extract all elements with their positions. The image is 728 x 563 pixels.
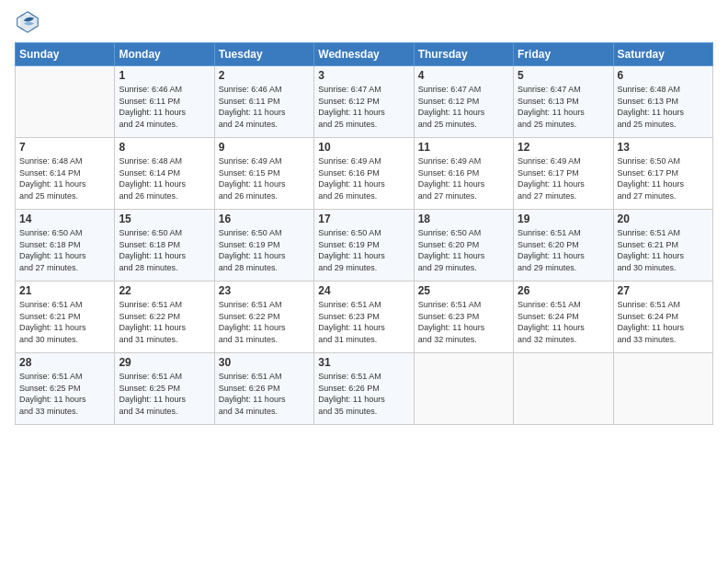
calendar-table: SundayMondayTuesdayWednesdayThursdayFrid… — [15, 42, 713, 425]
day-info: Sunrise: 6:50 AM Sunset: 6:20 PM Dayligh… — [418, 227, 509, 273]
logo-icon — [15, 9, 40, 35]
day-number: 28 — [19, 356, 110, 369]
calendar-cell: 11Sunrise: 6:49 AM Sunset: 6:16 PM Dayli… — [414, 138, 513, 210]
calendar-cell: 25Sunrise: 6:51 AM Sunset: 6:23 PM Dayli… — [414, 282, 513, 353]
calendar-cell: 4Sunrise: 6:47 AM Sunset: 6:12 PM Daylig… — [414, 66, 513, 138]
day-info: Sunrise: 6:48 AM Sunset: 6:14 PM Dayligh… — [19, 155, 110, 201]
day-info: Sunrise: 6:49 AM Sunset: 6:17 PM Dayligh… — [518, 155, 609, 201]
day-number: 25 — [418, 284, 509, 297]
calendar-cell: 28Sunrise: 6:51 AM Sunset: 6:25 PM Dayli… — [16, 353, 115, 425]
calendar-cell: 1Sunrise: 6:46 AM Sunset: 6:11 PM Daylig… — [115, 66, 214, 138]
header-row: SundayMondayTuesdayWednesdayThursdayFrid… — [16, 43, 713, 66]
day-number: 22 — [119, 284, 210, 297]
day-info: Sunrise: 6:51 AM Sunset: 6:24 PM Dayligh… — [518, 299, 609, 345]
day-info: Sunrise: 6:50 AM Sunset: 6:18 PM Dayligh… — [119, 227, 210, 273]
day-info: Sunrise: 6:50 AM Sunset: 6:18 PM Dayligh… — [19, 227, 110, 273]
logo-area — [15, 9, 42, 35]
day-number: 18 — [418, 213, 509, 225]
header-wednesday: Wednesday — [314, 43, 414, 66]
day-number: 13 — [618, 141, 709, 154]
day-number: 27 — [618, 284, 709, 297]
day-info: Sunrise: 6:51 AM Sunset: 6:20 PM Dayligh… — [518, 227, 609, 273]
day-info: Sunrise: 6:47 AM Sunset: 6:12 PM Dayligh… — [418, 84, 509, 130]
day-info: Sunrise: 6:46 AM Sunset: 6:11 PM Dayligh… — [219, 84, 310, 130]
page: SundayMondayTuesdayWednesdayThursdayFrid… — [0, 0, 728, 563]
day-number: 7 — [19, 141, 110, 154]
day-number: 31 — [318, 356, 409, 369]
week-row-3: 21Sunrise: 6:51 AM Sunset: 6:21 PM Dayli… — [16, 282, 713, 353]
calendar-cell: 13Sunrise: 6:50 AM Sunset: 6:17 PM Dayli… — [613, 138, 712, 210]
calendar-header: SundayMondayTuesdayWednesdayThursdayFrid… — [16, 43, 713, 66]
week-row-2: 14Sunrise: 6:50 AM Sunset: 6:18 PM Dayli… — [16, 210, 713, 282]
day-info: Sunrise: 6:51 AM Sunset: 6:22 PM Dayligh… — [119, 299, 210, 345]
day-info: Sunrise: 6:51 AM Sunset: 6:24 PM Dayligh… — [618, 299, 709, 345]
calendar-cell: 19Sunrise: 6:51 AM Sunset: 6:20 PM Dayli… — [514, 210, 613, 282]
day-number: 26 — [518, 284, 609, 297]
day-info: Sunrise: 6:48 AM Sunset: 6:14 PM Dayligh… — [119, 155, 210, 201]
header-thursday: Thursday — [414, 43, 513, 66]
calendar-cell: 23Sunrise: 6:51 AM Sunset: 6:22 PM Dayli… — [214, 282, 313, 353]
day-info: Sunrise: 6:51 AM Sunset: 6:25 PM Dayligh… — [19, 371, 110, 417]
day-number: 21 — [19, 284, 110, 297]
calendar-cell: 6Sunrise: 6:48 AM Sunset: 6:13 PM Daylig… — [613, 66, 712, 138]
day-number: 2 — [219, 69, 310, 82]
day-info: Sunrise: 6:51 AM Sunset: 6:23 PM Dayligh… — [418, 299, 509, 345]
day-number: 29 — [119, 356, 210, 369]
day-number: 16 — [219, 213, 310, 225]
day-info: Sunrise: 6:50 AM Sunset: 6:17 PM Dayligh… — [618, 155, 709, 201]
calendar-cell: 10Sunrise: 6:49 AM Sunset: 6:16 PM Dayli… — [314, 138, 414, 210]
calendar-cell: 20Sunrise: 6:51 AM Sunset: 6:21 PM Dayli… — [613, 210, 712, 282]
day-info: Sunrise: 6:46 AM Sunset: 6:11 PM Dayligh… — [119, 84, 210, 130]
day-number: 10 — [318, 141, 409, 154]
day-number: 3 — [318, 69, 409, 82]
calendar-cell: 14Sunrise: 6:50 AM Sunset: 6:18 PM Dayli… — [16, 210, 115, 282]
calendar-cell — [514, 353, 613, 425]
calendar-cell — [613, 353, 712, 425]
calendar-cell: 2Sunrise: 6:46 AM Sunset: 6:11 PM Daylig… — [214, 66, 313, 138]
day-number: 23 — [219, 284, 310, 297]
day-number: 15 — [119, 213, 210, 225]
day-number: 4 — [418, 69, 509, 82]
calendar-cell: 24Sunrise: 6:51 AM Sunset: 6:23 PM Dayli… — [314, 282, 414, 353]
calendar-cell: 22Sunrise: 6:51 AM Sunset: 6:22 PM Dayli… — [115, 282, 214, 353]
day-info: Sunrise: 6:49 AM Sunset: 6:15 PM Dayligh… — [219, 155, 310, 201]
calendar-cell: 5Sunrise: 6:47 AM Sunset: 6:13 PM Daylig… — [514, 66, 613, 138]
calendar-cell: 12Sunrise: 6:49 AM Sunset: 6:17 PM Dayli… — [514, 138, 613, 210]
day-number: 14 — [19, 213, 110, 225]
calendar-cell: 26Sunrise: 6:51 AM Sunset: 6:24 PM Dayli… — [514, 282, 613, 353]
calendar-body: 1Sunrise: 6:46 AM Sunset: 6:11 PM Daylig… — [16, 66, 713, 425]
week-row-4: 28Sunrise: 6:51 AM Sunset: 6:25 PM Dayli… — [16, 353, 713, 425]
day-number: 20 — [618, 213, 709, 225]
calendar-cell: 18Sunrise: 6:50 AM Sunset: 6:20 PM Dayli… — [414, 210, 513, 282]
day-number: 11 — [418, 141, 509, 154]
day-number: 12 — [518, 141, 609, 154]
day-number: 24 — [318, 284, 409, 297]
day-info: Sunrise: 6:49 AM Sunset: 6:16 PM Dayligh… — [418, 155, 509, 201]
day-number: 19 — [518, 213, 609, 225]
week-row-0: 1Sunrise: 6:46 AM Sunset: 6:11 PM Daylig… — [16, 66, 713, 138]
calendar-cell: 21Sunrise: 6:51 AM Sunset: 6:21 PM Dayli… — [16, 282, 115, 353]
day-info: Sunrise: 6:51 AM Sunset: 6:25 PM Dayligh… — [119, 371, 210, 417]
day-number: 30 — [219, 356, 310, 369]
day-number: 8 — [119, 141, 210, 154]
day-info: Sunrise: 6:48 AM Sunset: 6:13 PM Dayligh… — [618, 84, 709, 130]
calendar-cell: 8Sunrise: 6:48 AM Sunset: 6:14 PM Daylig… — [115, 138, 214, 210]
calendar-cell: 7Sunrise: 6:48 AM Sunset: 6:14 PM Daylig… — [16, 138, 115, 210]
day-number: 5 — [518, 69, 609, 82]
header-monday: Monday — [115, 43, 214, 66]
calendar-cell — [16, 66, 115, 138]
day-info: Sunrise: 6:49 AM Sunset: 6:16 PM Dayligh… — [318, 155, 409, 201]
header-friday: Friday — [514, 43, 613, 66]
day-info: Sunrise: 6:47 AM Sunset: 6:12 PM Dayligh… — [318, 84, 409, 130]
day-number: 1 — [119, 69, 210, 82]
calendar-cell: 30Sunrise: 6:51 AM Sunset: 6:26 PM Dayli… — [214, 353, 313, 425]
calendar-cell: 9Sunrise: 6:49 AM Sunset: 6:15 PM Daylig… — [214, 138, 313, 210]
calendar-cell: 27Sunrise: 6:51 AM Sunset: 6:24 PM Dayli… — [613, 282, 712, 353]
calendar-cell — [414, 353, 513, 425]
day-info: Sunrise: 6:51 AM Sunset: 6:21 PM Dayligh… — [19, 299, 110, 345]
header-sunday: Sunday — [16, 43, 115, 66]
day-info: Sunrise: 6:51 AM Sunset: 6:26 PM Dayligh… — [318, 371, 409, 417]
day-info: Sunrise: 6:51 AM Sunset: 6:26 PM Dayligh… — [219, 371, 310, 417]
day-info: Sunrise: 6:51 AM Sunset: 6:21 PM Dayligh… — [618, 227, 709, 273]
day-info: Sunrise: 6:50 AM Sunset: 6:19 PM Dayligh… — [318, 227, 409, 273]
